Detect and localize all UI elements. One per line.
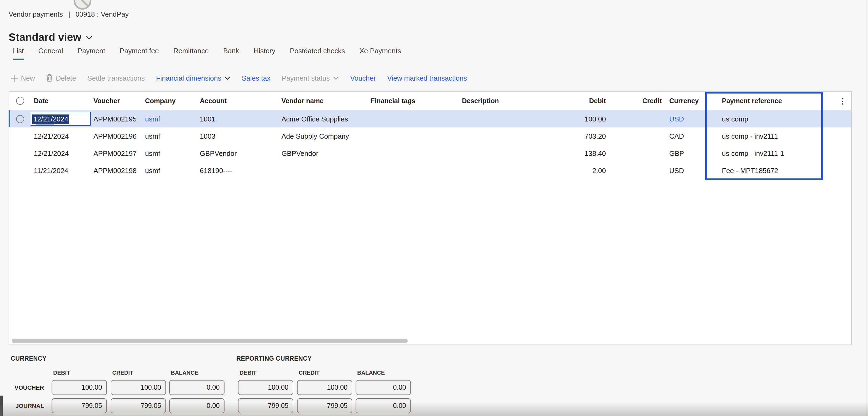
table-row[interactable]: 12/21/2024 APPM002196 usmf 1003 Ade Supp…	[9, 127, 851, 145]
select-all-radio[interactable]	[9, 97, 31, 105]
col-header-description[interactable]: Description	[461, 97, 553, 105]
sales-tax-button[interactable]: Sales tax	[242, 74, 271, 82]
cell-voucher[interactable]: APPM002196	[93, 132, 145, 140]
table-row[interactable]: 11/21/2024 APPM002198 usmf 618190---- 2.…	[9, 162, 851, 179]
cell-payment-reference[interactable]: us comp - inv2111-1	[706, 149, 824, 157]
table-row[interactable]: 12/21/2024 APPM002195 usmf 1001 Acme Off…	[9, 110, 851, 127]
cell-payment-reference[interactable]: us comp	[706, 115, 824, 123]
payment-status-button[interactable]: Payment status	[282, 74, 339, 82]
page-title: Vendor payments	[9, 10, 63, 18]
view-selector-label: Standard view	[9, 31, 82, 43]
financial-dimensions-button[interactable]: Financial dimensions	[156, 74, 230, 82]
cell-company[interactable]: usmf	[145, 166, 199, 174]
col-header-financial-tags[interactable]: Financial tags	[370, 97, 461, 105]
tab-list[interactable]: List	[13, 47, 24, 60]
cell-debit[interactable]: 100.00	[553, 115, 609, 123]
cell-company[interactable]: usmf	[145, 132, 199, 140]
grid-overflow-menu-icon[interactable]: ⋮	[824, 96, 851, 105]
cell-vendor-name[interactable]: Ade Supply Company	[281, 132, 370, 140]
reporting-voucher-debit-field: 100.00	[238, 380, 293, 395]
cell-vendor-name[interactable]: Acme Office Supplies	[281, 115, 370, 123]
cell-vendor-name[interactable]: GBPVendor	[281, 149, 370, 157]
plus-icon	[11, 75, 18, 82]
window-right-edge	[866, 0, 866, 416]
chevron-down-icon	[86, 35, 92, 39]
voucher-row-label: VOUCHER	[0, 384, 44, 391]
cell-voucher[interactable]: APPM002198	[93, 166, 145, 174]
voucher-button[interactable]: Voucher	[350, 74, 376, 82]
row-radio[interactable]	[9, 115, 31, 123]
cell-debit[interactable]: 2.00	[553, 166, 609, 174]
settle-transactions-button[interactable]: Settle transactions	[87, 74, 145, 82]
delete-button[interactable]: Delete	[46, 74, 76, 82]
vendor-payments-page: Vendor payments | 00918 : VendPay Standa…	[0, 0, 868, 416]
tab-bank[interactable]: Bank	[223, 47, 239, 60]
date-input-selected-text: 12/21/2024	[32, 114, 69, 123]
cell-debit[interactable]: 703.20	[553, 132, 609, 140]
reporting-voucher-credit-field: 100.00	[297, 380, 352, 395]
table-row[interactable]: 12/21/2024 APPM002197 usmf GBPVendor GBP…	[9, 145, 851, 162]
col-header-credit[interactable]: Credit	[609, 97, 665, 105]
cell-company[interactable]: usmf	[145, 149, 199, 157]
reporting-currency-section-title: REPORTING CURRENCY	[236, 355, 312, 362]
bottom-left-edge	[0, 395, 3, 416]
currency-journal-debit-field: 799.05	[52, 398, 107, 413]
reporting-credit-header: CREDIT	[299, 369, 319, 376]
tab-payment[interactable]: Payment	[78, 47, 105, 60]
col-header-account[interactable]: Account	[199, 97, 281, 105]
cell-currency[interactable]: GBP	[665, 149, 706, 157]
tab-history[interactable]: History	[253, 47, 275, 60]
cell-date: 12/21/2024	[31, 112, 93, 126]
date-input[interactable]: 12/21/2024	[31, 112, 91, 126]
action-toolbar: New Delete Settle transactions Financial…	[11, 72, 467, 84]
grid-header-row: Date Voucher Company Account Vendor name…	[9, 92, 851, 110]
cell-payment-reference[interactable]: Fee - MPT185672	[706, 166, 824, 174]
cell-company-link[interactable]: usmf	[145, 115, 199, 123]
cell-payment-reference[interactable]: us comp - inv2111	[706, 132, 824, 140]
journal-row-label: JOURNAL	[0, 403, 44, 409]
cell-account[interactable]: 618190----	[199, 166, 281, 174]
col-header-company[interactable]: Company	[145, 97, 199, 105]
view-marked-transactions-button[interactable]: View marked transactions	[387, 74, 467, 82]
tab-general[interactable]: General	[38, 47, 63, 60]
cell-currency[interactable]: CAD	[665, 132, 706, 140]
selected-row-indicator	[9, 110, 10, 127]
reporting-journal-credit-field: 799.05	[297, 398, 352, 413]
cell-date[interactable]: 11/21/2024	[31, 166, 93, 174]
col-header-currency[interactable]: Currency	[665, 97, 706, 105]
col-header-date[interactable]: Date	[31, 97, 93, 105]
horizontal-scrollbar-thumb[interactable]	[12, 338, 408, 343]
cell-date[interactable]: 12/21/2024	[31, 132, 93, 140]
view-selector[interactable]: Standard view	[9, 31, 92, 43]
col-header-debit[interactable]: Debit	[553, 97, 609, 105]
tab-remittance[interactable]: Remittance	[174, 47, 209, 60]
currency-journal-balance-field: 0.00	[169, 398, 224, 413]
cell-currency-link[interactable]: USD	[665, 115, 706, 123]
cell-voucher[interactable]: APPM002195	[93, 115, 145, 123]
breadcrumb: Vendor payments | 00918 : VendPay	[9, 10, 129, 18]
reporting-balance-header: BALANCE	[357, 369, 385, 376]
new-button[interactable]: New	[11, 74, 35, 82]
radio-icon	[16, 115, 24, 123]
cell-currency[interactable]: USD	[665, 166, 706, 174]
reporting-debit-header: DEBIT	[240, 369, 256, 376]
currency-debit-header: DEBIT	[53, 369, 70, 376]
currency-voucher-debit-field: 100.00	[52, 380, 107, 395]
col-header-payment-reference[interactable]: Payment reference	[706, 97, 824, 105]
tab-xe-payments[interactable]: Xe Payments	[360, 47, 401, 60]
col-header-vendor-name[interactable]: Vendor name	[281, 97, 370, 105]
cell-account[interactable]: 1003	[199, 132, 281, 140]
cell-voucher[interactable]: APPM002197	[93, 149, 145, 157]
cell-account[interactable]: 1001	[199, 115, 281, 123]
currency-balance-header: BALANCE	[171, 369, 198, 376]
date-picker-underline	[36, 123, 54, 125]
blocked-cursor-icon	[73, 0, 91, 10]
cell-debit[interactable]: 138.40	[553, 149, 609, 157]
tab-payment-fee[interactable]: Payment fee	[120, 47, 159, 60]
col-header-voucher[interactable]: Voucher	[93, 97, 145, 105]
cell-account[interactable]: GBPVendor	[199, 149, 281, 157]
cell-date[interactable]: 12/21/2024	[31, 149, 93, 157]
tab-postdated-checks[interactable]: Postdated checks	[290, 47, 345, 60]
currency-section-title: CURRENCY	[11, 355, 47, 362]
trash-icon	[46, 74, 53, 82]
